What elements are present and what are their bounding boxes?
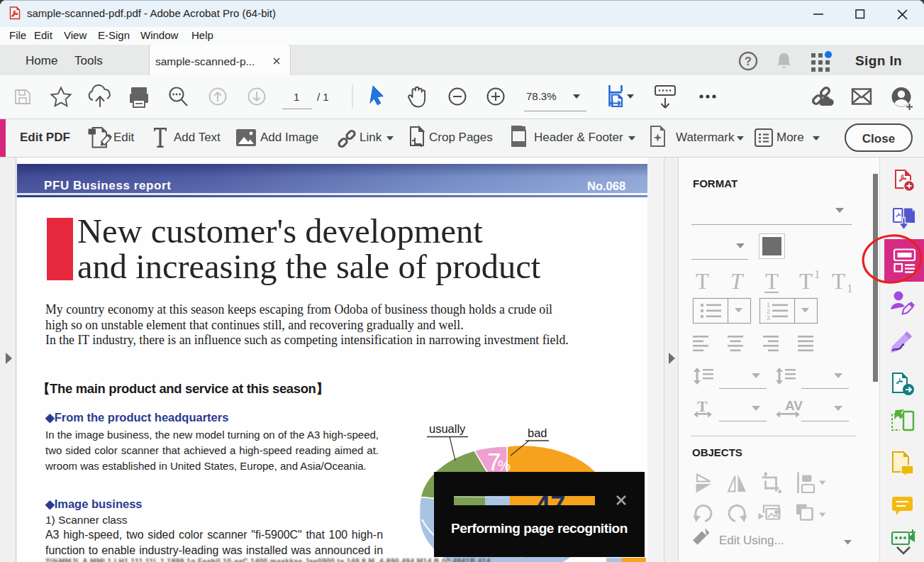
svg-text:T: T [730, 269, 745, 294]
svg-text:T: T [765, 269, 779, 294]
svg-text:1: 1 [814, 268, 820, 281]
svg-text:T: T [832, 269, 845, 294]
svg-text:?: ? [745, 55, 752, 67]
svg-text:usually: usually [429, 422, 466, 435]
svg-text:T: T [799, 269, 813, 294]
svg-text:bad: bad [528, 426, 547, 439]
svg-text:3: 3 [767, 314, 770, 321]
svg-text:%: % [498, 458, 511, 473]
svg-text:/ 1: / 1 [317, 91, 329, 103]
svg-text:1: 1 [294, 91, 299, 103]
svg-text:78.3%: 78.3% [526, 90, 557, 102]
svg-text:T: T [696, 269, 709, 294]
svg-text:1: 1 [847, 282, 853, 295]
svg-text:Close: Close [862, 132, 895, 145]
svg-text:AV: AV [785, 398, 803, 413]
svg-text:T: T [697, 397, 708, 415]
